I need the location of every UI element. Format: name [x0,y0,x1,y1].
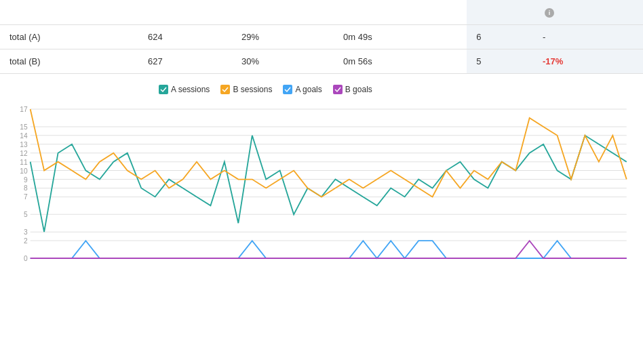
chart-section: A sessions B sessions A goals B goals 02… [0,74,643,277]
legend-label: A sessions [171,85,210,94]
legend-item[interactable]: B sessions [220,85,272,94]
svg-text:3: 3 [24,228,28,236]
legend-item[interactable]: A goals [283,85,322,94]
col-header-scrolls [232,0,334,25]
cell-goal: 6 [467,25,533,49]
svg-text:17: 17 [20,106,28,113]
cell-avg-time: 0m 49s [334,25,467,49]
col-header-variants [0,0,138,25]
svg-text:5: 5 [24,211,28,218]
legend-icon [159,85,168,94]
svg-text:12: 12 [20,150,28,157]
svg-text:8: 8 [24,185,28,193]
chart-svg: 023578910111213141517 [9,102,634,272]
legend-label: B goals [345,85,372,94]
cell-variant: total (A) [0,25,138,49]
legend-icon [333,85,343,94]
legend-icon [220,85,230,94]
legend-item[interactable]: A sessions [159,85,210,94]
svg-text:11: 11 [20,159,28,166]
table-row: total (A) 624 29% 0m 49s 6 - [0,25,643,49]
cell-sessions: 627 [138,49,232,74]
cell-improvement: - [533,25,643,49]
svg-text:14: 14 [20,132,28,140]
cell-scrolls: 30% [232,49,334,74]
svg-text:7: 7 [24,194,28,201]
chart-legend: A sessions B sessions A goals B goals [159,85,372,94]
cell-scrolls: 29% [232,25,334,49]
svg-text:0: 0 [24,255,28,262]
legend-item[interactable]: B goals [333,85,372,94]
svg-text:2: 2 [24,237,28,245]
cell-improvement: -17% [533,49,643,74]
col-header-sessions [138,0,232,25]
legend-label: A goals [295,85,322,94]
legend-label: B sessions [233,85,272,94]
svg-text:15: 15 [20,123,28,131]
col-header-improvement: i [533,0,643,25]
svg-text:13: 13 [20,141,28,148]
legend-icon [283,85,292,94]
cell-variant: total (B) [0,49,138,74]
svg-text:10: 10 [20,167,28,175]
table-row: total (B) 627 30% 0m 56s 5 -17% [0,49,643,74]
cell-goal: 5 [467,49,533,74]
ab-test-table: i total (A) 624 29% 0m 49s 6 - total (B)… [0,0,643,74]
cell-avg-time: 0m 56s [334,49,467,74]
svg-text:9: 9 [24,176,28,184]
col-header-goal [467,0,533,25]
improvement-info-icon[interactable]: i [545,8,554,18]
chart-container: 023578910111213141517 [9,102,634,272]
col-header-avg-session [334,0,467,25]
cell-sessions: 624 [138,25,232,49]
